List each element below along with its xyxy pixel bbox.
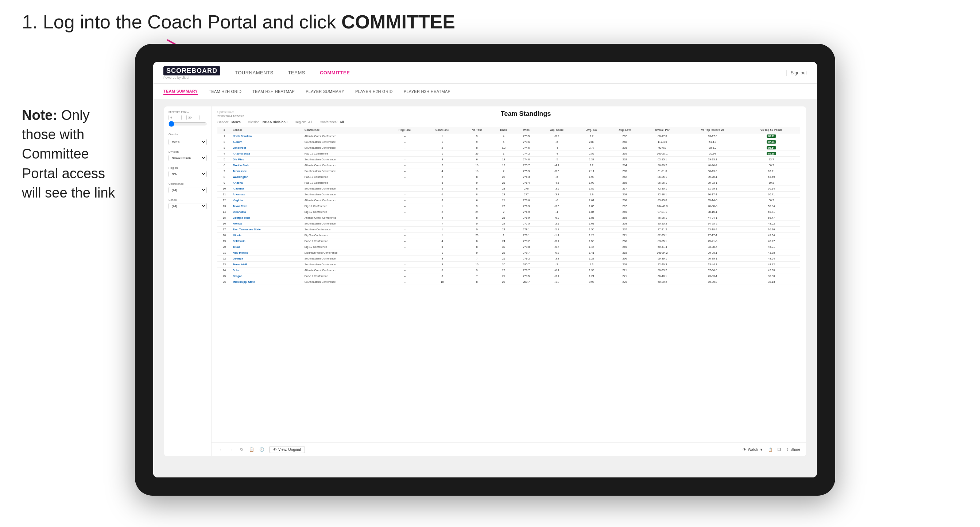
table-row: 20 Texas Big 12 Conference – 3 8 30 278.… — [217, 244, 800, 250]
col-avg-sg: Avg. SG — [576, 127, 607, 133]
view-original-label: View: Original — [278, 448, 301, 452]
table-body: 1 North Carolina Atlantic Coast Conferen… — [217, 133, 800, 285]
scoreboard-logo: SCOREBOARD Powered by clippi — [163, 66, 220, 79]
table-row: 21 New Mexico Mountain West Conference –… — [217, 250, 800, 256]
table-row: 3 Vanderbilt Southeastern Conference – 2… — [217, 145, 800, 151]
table-row: 19 California Pac-12 Conference – 4 8 24… — [217, 238, 800, 244]
tab-team-h2h-heatmap[interactable]: TEAM H2H HEATMAP — [252, 89, 295, 94]
filter-rounds-slider[interactable] — [169, 121, 207, 127]
filter-group-school: School (All) — [169, 198, 207, 209]
watch-button[interactable]: 👁 Watch ▼ — [743, 448, 763, 452]
tab-team-h2h-grid[interactable]: TEAM H2H GRID — [208, 89, 242, 94]
col-no-tour: No Tour — [462, 127, 492, 133]
bottom-toolbar: ← → ↻ 📋 🕐 👁 View: Original — [212, 443, 806, 456]
col-avg-low: Avg. Low — [607, 127, 642, 133]
tab-team-summary[interactable]: TEAM SUMMARY — [163, 88, 198, 95]
eye-icon: 👁 — [273, 448, 277, 452]
filter-region-select[interactable]: N/A — [169, 171, 207, 177]
table-row: 6 Florida State Atlantic Coast Conferenc… — [217, 162, 800, 168]
toolbar-icon-clock[interactable]: 🕐 — [258, 446, 266, 453]
table-row: 5 Ole Miss Southeastern Conference – 3 6… — [217, 157, 800, 162]
view-original-button[interactable]: 👁 View: Original — [269, 446, 305, 453]
col-conf-rank: Conf Rank — [423, 127, 462, 133]
toolbar-icon-forward[interactable]: → — [228, 446, 235, 453]
table-row: 22 Georgia Southeastern Conference – 8 7… — [217, 256, 800, 262]
sub-tabs: TEAM SUMMARY TEAM H2H GRID TEAM H2H HEAT… — [153, 84, 817, 99]
nav-teams[interactable]: TEAMS — [288, 68, 305, 77]
filter-chips-row: Gender: Men's Division: NCAA Division I … — [212, 120, 806, 127]
table-row: 12 Virginia Atlantic Coast Conference – … — [217, 198, 800, 203]
col-points-50: Vs Top 50 Points — [743, 127, 800, 133]
col-record-25: Vs Top Record 25 — [682, 127, 743, 133]
update-time: Update time: 27/03/2024 16:56:26 — [217, 110, 244, 118]
chip-gender: Gender: Men's — [217, 120, 241, 124]
logo-sub: Powered by clippi — [163, 76, 220, 79]
step-bold: COMMITTEE — [341, 11, 455, 32]
filter-conference-select[interactable]: (All) — [169, 187, 207, 193]
toolbar-icon-copy[interactable]: 📋 — [248, 446, 255, 453]
eye-watch-icon: 👁 — [743, 448, 746, 452]
table-row: 25 Oregon Pac-12 Conference – 5 7 21 279… — [217, 273, 800, 279]
table-row: 1 North Carolina Atlantic Coast Conferen… — [217, 133, 800, 139]
filter-group-division: Division NCAA Division I — [169, 150, 207, 161]
chevron-down-icon: ▼ — [759, 448, 763, 452]
chip-conference: Conference: All — [320, 120, 344, 124]
content-card: Minimum Rou... – Gender Men's — [164, 106, 806, 456]
table-row: 8 Washington Pac-12 Conference – 2 8 23 … — [217, 174, 800, 180]
filters-panel: Minimum Rou... – Gender Men's — [164, 106, 212, 456]
filter-group-rounds: Minimum Rou... – — [169, 110, 207, 127]
table-row: 11 Arkansas Southeastern Conference – 6 … — [217, 192, 800, 198]
filter-school-label: School — [169, 198, 207, 202]
nav-tournaments[interactable]: TOURNAMENTS — [235, 68, 274, 77]
table-area: Update time: 27/03/2024 16:56:26 Team St… — [212, 106, 806, 456]
filter-school-select[interactable]: (All) — [169, 203, 207, 209]
share-icon: ⇧ — [786, 448, 789, 452]
filter-region-label: Region — [169, 166, 207, 170]
filter-conference-label: Conference — [169, 182, 207, 186]
col-rnds: Rnds — [492, 127, 515, 133]
tab-player-h2h-grid[interactable]: PLAYER H2H GRID — [355, 89, 393, 94]
table-row: 9 Arizona Pac-12 Conference – 3 9 23 276… — [217, 180, 800, 186]
standings-table: # School Conference Reg Rank Conf Rank N… — [212, 127, 806, 443]
col-wins: Wins — [515, 127, 538, 133]
table-row: 24 Duke Atlantic Coast Conference – 5 9 … — [217, 268, 800, 273]
filter-gender-select[interactable]: Men's Women's — [169, 139, 207, 145]
sign-out-area: | Sign out — [786, 70, 807, 76]
table-header: # School Conference Reg Rank Conf Rank N… — [217, 127, 800, 133]
standings-data-table: # School Conference Reg Rank Conf Rank N… — [217, 127, 800, 285]
clipboard-icon: 📋 — [768, 448, 773, 452]
nav-links: TOURNAMENTS TEAMS COMMITTEE — [235, 68, 786, 77]
toolbar-right: 👁 Watch ▼ 📋 ❐ — [743, 448, 800, 452]
filter-rounds-label: Minimum Rou... — [169, 110, 207, 113]
share-button[interactable]: ⇧ Share — [786, 448, 800, 452]
tablet-frame: SCOREBOARD Powered by clippi TOURNAMENTS… — [135, 44, 835, 496]
toolbar-icons-left: ← → ↻ 📋 🕐 — [217, 446, 266, 453]
clipboard-button[interactable]: 📋 — [768, 448, 773, 452]
nav-committee[interactable]: COMMITTEE — [320, 68, 350, 77]
filter-group-region: Region N/A — [169, 166, 207, 177]
toolbar-icon-back[interactable]: ← — [217, 446, 225, 453]
col-school: School — [231, 127, 303, 133]
toolbar-icon-refresh[interactable]: ↻ — [238, 446, 245, 453]
expand-icon: ❐ — [778, 448, 781, 452]
tab-player-h2h-heatmap[interactable]: PLAYER H2H HEATMAP — [404, 89, 450, 94]
col-overall: Overall Par — [642, 127, 683, 133]
logo-text: SCOREBOARD — [163, 66, 220, 75]
note-label: Note: — [22, 108, 57, 123]
filter-max-input[interactable] — [186, 115, 199, 120]
col-rank: # — [217, 127, 231, 133]
step-instruction: 1. Log into the Coach Portal and click C… — [22, 11, 455, 33]
filter-gender-label: Gender — [169, 133, 207, 136]
note-section: Note: Only those with Committee Portal a… — [22, 106, 124, 203]
table-title: Team Standings — [251, 110, 800, 118]
filter-division-select[interactable]: NCAA Division I — [169, 155, 207, 161]
col-reg-rank: Reg Rank — [387, 127, 423, 133]
table-row: 13 Texas Tech Big 12 Conference – 1 9 27… — [217, 203, 800, 209]
step-number: 1. — [22, 11, 38, 32]
table-row: 26 Mississippi State Southeastern Confer… — [217, 279, 800, 285]
tab-player-summary[interactable]: PLAYER SUMMARY — [305, 89, 344, 94]
filter-min-input[interactable] — [169, 115, 181, 120]
expand-button[interactable]: ❐ — [778, 448, 781, 452]
sign-out-button[interactable]: Sign out — [791, 70, 807, 75]
filter-group-conference: Conference (All) — [169, 182, 207, 193]
